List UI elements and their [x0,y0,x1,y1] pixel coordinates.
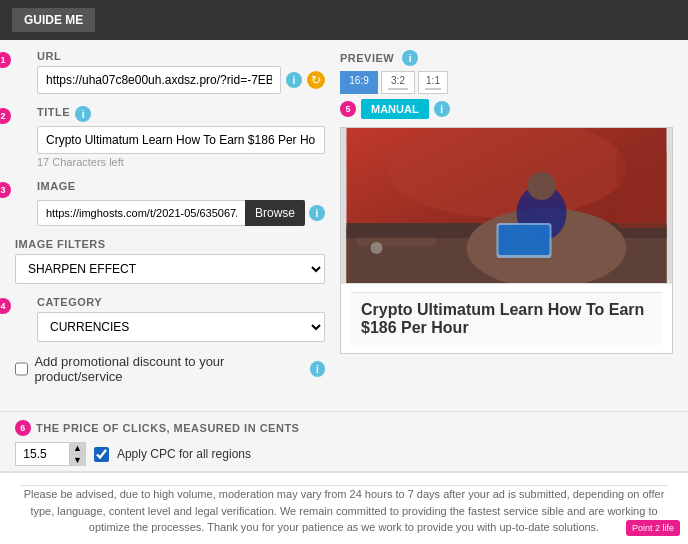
footer-area: Please be advised, due to high volume, m… [0,471,688,544]
info-icon-preview[interactable]: i [402,50,418,66]
price-input[interactable] [15,442,70,466]
svg-point-11 [371,242,383,254]
step-5-badge: 5 [340,101,356,117]
car-svg [341,128,672,283]
info-icon-url[interactable]: i [286,72,302,88]
step-4-badge: 4 [0,298,11,314]
preview-image-wrap: Crypto Ultimatum Learn How To Earn $186 … [340,127,673,354]
right-panel: PREVIEW i 16:9 3:2 1:1 5 MANUAL i [340,50,673,396]
info-icon-title[interactable]: i [75,106,91,122]
promo-checkbox[interactable] [15,362,28,376]
image-field-group: 3 IMAGE Browse i [15,180,325,226]
url-input[interactable] [37,66,281,94]
step-1-badge: 1 [0,52,11,68]
top-bar: GUIDE ME [0,0,688,40]
price-row: ▲ ▼ Apply CPC for all regions [15,442,673,466]
image-filters-select[interactable]: SHARPEN EFFECT BLUR EFFECT GRAYSCALE NON… [15,254,325,284]
category-field-group: 4 CATEGORY CURRENCIES FINANCE CRYPTO BUS… [15,296,325,342]
url-field-group: 1 URL i ↻ [15,50,325,94]
image-filters-label: IMAGE FILTERS [15,238,325,250]
svg-rect-9 [617,148,667,228]
left-panel: 1 URL i ↻ 2 TITLE i 17 Characters left 3… [15,50,325,396]
price-spinners: ▲ ▼ [70,442,86,466]
image-url-input[interactable] [37,200,245,226]
svg-rect-10 [357,238,437,246]
apply-cpc-checkbox[interactable] [94,447,109,462]
info-icon-promo[interactable]: i [310,361,325,377]
step-3-badge: 3 [0,182,11,198]
promo-checkbox-group: Add promotional discount to your product… [15,354,325,384]
preview-car-image [341,128,672,283]
preview-label: PREVIEW [340,52,394,64]
category-label: CATEGORY [37,296,325,308]
image-filters-group: IMAGE FILTERS SHARPEN EFFECT BLUR EFFECT… [15,238,325,284]
price-down-button[interactable]: ▼ [70,455,85,466]
step-2-badge: 2 [0,108,11,124]
svg-rect-8 [499,225,550,255]
pixel-badge: Point 2 life [626,520,680,536]
preview-ad-title-wrap: Crypto Ultimatum Learn How To Earn $186 … [341,283,672,353]
price-up-button[interactable]: ▲ [70,443,85,455]
browse-button[interactable]: Browse [245,200,305,226]
info-icon-image[interactable]: i [309,205,325,221]
ratio-3-2[interactable]: 3:2 [381,71,415,94]
char-count: 17 Characters left [37,156,325,168]
price-section: 6 THE PRICE OF CLICKS, MEASURED IN CENTS… [0,411,688,471]
guide-me-button[interactable]: GUIDE ME [12,8,95,32]
category-select[interactable]: CURRENCIES FINANCE CRYPTO BUSINESS [37,312,325,342]
title-input[interactable] [37,126,325,154]
ratio-buttons: 16:9 3:2 1:1 [340,71,448,94]
promo-label: Add promotional discount to your product… [34,354,303,384]
ratio-16-9[interactable]: 16:9 [340,71,378,94]
info-icon-manual[interactable]: i [434,101,450,117]
svg-point-6 [528,172,556,200]
title-label: TITLE [37,106,70,118]
preview-controls: PREVIEW i 16:9 3:2 1:1 5 MANUAL i [340,50,673,119]
title-field-group: 2 TITLE i 17 Characters left [15,106,325,168]
preview-ad-title: Crypto Ultimatum Learn How To Earn $186 … [351,292,662,345]
apply-cpc-label: Apply CPC for all regions [117,447,251,461]
url-label: URL [37,50,325,62]
ratio-1-1[interactable]: 1:1 [418,71,448,94]
footer-notice: Please be advised, due to high volume, m… [20,485,668,536]
manual-button[interactable]: MANUAL [361,99,429,119]
price-input-group: ▲ ▼ [15,442,86,466]
price-section-label: 6 THE PRICE OF CLICKS, MEASURED IN CENTS [15,420,673,436]
refresh-icon[interactable]: ↻ [307,71,325,89]
image-label: IMAGE [37,180,76,192]
step-6-badge: 6 [15,420,31,436]
